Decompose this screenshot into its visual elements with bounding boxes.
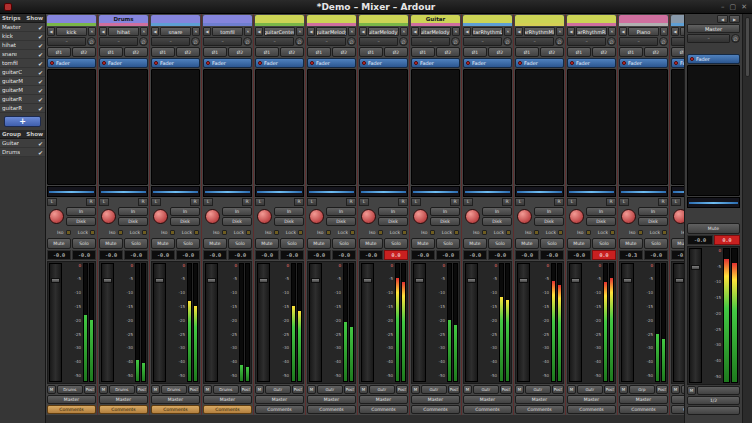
input-button[interactable]: – bbox=[567, 37, 606, 46]
group-tab[interactable] bbox=[255, 15, 304, 23]
sidebar-group-item-checkbox[interactable]: ✔ bbox=[38, 149, 43, 156]
trim-knob[interactable] bbox=[361, 209, 376, 224]
input-button[interactable]: – bbox=[47, 37, 86, 46]
metering-point-button[interactable]: Post bbox=[136, 385, 148, 394]
processor-box[interactable] bbox=[99, 69, 148, 185]
processor-led[interactable] bbox=[414, 61, 418, 65]
metering-point-button[interactable]: Post bbox=[604, 385, 616, 394]
narrow-strip-icon[interactable]: ◀ bbox=[151, 27, 159, 36]
mono-button[interactable]: M bbox=[47, 385, 56, 394]
fader-processor-entry[interactable]: Fader bbox=[567, 58, 616, 68]
input-button[interactable]: – bbox=[203, 37, 242, 46]
input-monitor-button[interactable]: In bbox=[586, 207, 616, 216]
narrow-strip-icon[interactable]: ◀ bbox=[359, 27, 367, 36]
sidebar-strip-item[interactable]: hihat✔ bbox=[0, 41, 45, 50]
output-button[interactable]: Master bbox=[619, 395, 668, 404]
gain-display[interactable]: -0.0 bbox=[151, 250, 175, 260]
fader-processor-entry[interactable]: Fader bbox=[99, 58, 148, 68]
input-monitor-button[interactable]: In bbox=[378, 207, 408, 216]
phase-channel-1-button[interactable]: Ø1 bbox=[203, 47, 227, 57]
master-panner[interactable] bbox=[687, 197, 740, 208]
processor-box[interactable] bbox=[463, 69, 512, 185]
processor-led[interactable] bbox=[674, 61, 678, 65]
trim-knob[interactable] bbox=[309, 209, 324, 224]
input-monitor-button[interactable]: In bbox=[326, 207, 356, 216]
solo-lock-led[interactable] bbox=[350, 230, 355, 235]
processor-box[interactable] bbox=[411, 69, 460, 185]
metering-point-button[interactable]: Post bbox=[500, 385, 512, 394]
phase-invert-icon[interactable]: ∅ bbox=[659, 37, 668, 46]
fader-handle[interactable] bbox=[103, 278, 112, 283]
narrow-strip-icon[interactable]: ◀ bbox=[567, 27, 575, 36]
peak-display[interactable]: -0.0 bbox=[124, 250, 148, 260]
add-strip-button[interactable]: + bbox=[4, 116, 41, 127]
processor-led[interactable] bbox=[622, 61, 626, 65]
group-button[interactable]: Gutr bbox=[265, 385, 291, 394]
master-fader-processor[interactable]: Fader bbox=[687, 54, 740, 64]
pan-left-button[interactable]: L bbox=[411, 198, 421, 206]
comments-button[interactable]: Comments bbox=[671, 405, 684, 414]
input-button[interactable]: – bbox=[619, 37, 658, 46]
sidebar-strip-item-checkbox[interactable]: ✔ bbox=[38, 42, 43, 49]
phase-channel-2-button[interactable]: Ø2 bbox=[332, 47, 356, 57]
solo-iso-led[interactable] bbox=[482, 230, 487, 235]
fader-processor-entry[interactable]: Fader bbox=[359, 58, 408, 68]
phase-channel-2-button[interactable]: Ø2 bbox=[540, 47, 564, 57]
fader-processor-entry[interactable]: Fader bbox=[515, 58, 564, 68]
peak-display[interactable]: 0.0 bbox=[592, 250, 616, 260]
solo-button[interactable]: Solo bbox=[332, 238, 356, 249]
pan-left-button[interactable]: L bbox=[463, 198, 473, 206]
input-button[interactable]: – bbox=[359, 37, 398, 46]
comments-button[interactable]: Comments bbox=[255, 405, 304, 414]
sidebar-strip-item-checkbox[interactable]: ✔ bbox=[38, 87, 43, 94]
processor-led[interactable] bbox=[258, 61, 262, 65]
master-metering-point-button[interactable] bbox=[697, 386, 740, 395]
processor-box[interactable] bbox=[151, 69, 200, 185]
close-strip-icon[interactable]: ✕ bbox=[400, 27, 408, 36]
track-name-button[interactable]: Piano bbox=[628, 27, 659, 36]
phase-channel-1-button[interactable]: Ø1 bbox=[47, 47, 71, 57]
panner[interactable] bbox=[99, 186, 148, 197]
vertical-scrollbar[interactable] bbox=[742, 14, 752, 423]
phase-invert-icon[interactable]: ∅ bbox=[347, 37, 356, 46]
comments-button[interactable]: Comments bbox=[47, 405, 96, 414]
solo-button[interactable]: Solo bbox=[488, 238, 512, 249]
metering-point-button[interactable]: Post bbox=[344, 385, 356, 394]
pan-left-button[interactable]: L bbox=[619, 198, 629, 206]
close-strip-icon[interactable]: ✕ bbox=[608, 27, 616, 36]
sidebar-strip-item-checkbox[interactable]: ✔ bbox=[38, 24, 43, 31]
disk-monitor-button[interactable]: Disk bbox=[222, 217, 252, 226]
phase-invert-icon[interactable]: ∅ bbox=[451, 37, 460, 46]
disk-monitor-button[interactable]: Disk bbox=[638, 217, 668, 226]
processor-box[interactable] bbox=[255, 69, 304, 185]
master-output-button[interactable]: 1/2 bbox=[687, 396, 740, 405]
scroll-right-icon[interactable]: ▶ bbox=[729, 15, 740, 23]
close-strip-icon[interactable]: ✕ bbox=[660, 27, 668, 36]
gain-display[interactable]: -0.0 bbox=[307, 250, 331, 260]
peak-display[interactable]: -0.0 bbox=[332, 250, 356, 260]
master-phase-icon[interactable]: ∅ bbox=[731, 34, 740, 43]
processor-box[interactable] bbox=[47, 69, 96, 185]
master-mono-button[interactable]: M bbox=[687, 386, 696, 395]
sidebar-group-item-checkbox[interactable]: ✔ bbox=[38, 140, 43, 147]
output-button[interactable]: Master bbox=[255, 395, 304, 404]
group-button[interactable]: Drums bbox=[161, 385, 187, 394]
gain-fader[interactable] bbox=[361, 263, 374, 382]
solo-iso-led[interactable] bbox=[586, 230, 591, 235]
mute-button[interactable]: Mute bbox=[463, 238, 487, 249]
processor-led[interactable] bbox=[362, 61, 366, 65]
input-button[interactable]: – bbox=[515, 37, 554, 46]
input-monitor-button[interactable]: In bbox=[638, 207, 668, 216]
output-button[interactable]: Master bbox=[671, 395, 684, 404]
master-processor-box[interactable] bbox=[687, 65, 740, 196]
close-strip-icon[interactable]: ✕ bbox=[244, 27, 252, 36]
sidebar-strip-item-checkbox[interactable]: ✔ bbox=[38, 51, 43, 58]
phase-invert-icon[interactable]: ∅ bbox=[243, 37, 252, 46]
disk-monitor-button[interactable]: Disk bbox=[534, 217, 564, 226]
phase-channel-1-button[interactable]: Ø1 bbox=[671, 47, 684, 57]
group-tab[interactable] bbox=[359, 15, 408, 23]
track-name-button[interactable]: guitarMelody 2 bbox=[368, 27, 399, 36]
solo-lock-led[interactable] bbox=[454, 230, 459, 235]
maximize-icon[interactable]: ▢ bbox=[730, 3, 737, 11]
metering-point-button[interactable]: Post bbox=[448, 385, 460, 394]
